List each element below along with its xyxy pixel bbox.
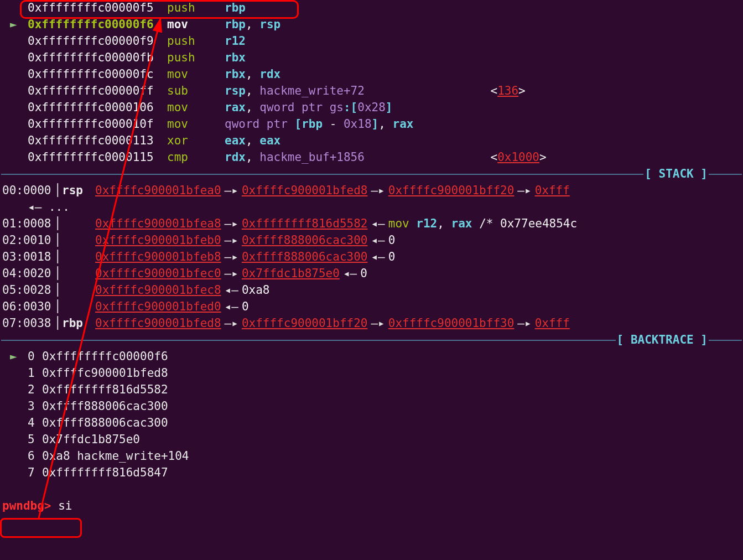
stack-offset: 01:0008 <box>1 216 54 232</box>
stack-value: 0xffffc900001bfeb8 <box>95 250 221 263</box>
frame-index: 2 <box>28 382 42 398</box>
stack-bar: │ <box>54 183 62 199</box>
instruction-mnemonic: cmp <box>167 149 225 166</box>
instruction-operands: r12 <box>225 33 246 50</box>
stack-chain: 0xffffc900001bfed0◂—0 <box>95 299 249 315</box>
stack-offset: 05:0028 <box>1 282 54 299</box>
stack-value: 0 <box>388 250 396 263</box>
disasm-line: 0xffffffffc00000ffsubrsp, hackme_write+7… <box>1 83 742 100</box>
disasm-line: 0xffffffffc00000fcmovrbx, rdx <box>1 66 742 83</box>
stack-value: mov <box>388 217 417 230</box>
backtrace-frame: 20xffffffff816d5582 <box>1 382 742 398</box>
frame-address: 0x7ffdc1b875e0 <box>42 432 140 448</box>
stack-offset: 06:0030 <box>1 299 54 315</box>
frame-index: 5 <box>28 432 42 448</box>
stack-chain: 0xffffc900001bfea0—▸0xffffc900001bfed8—▸… <box>95 183 570 199</box>
backtrace-frame: 10xffffc900001bfed8 <box>1 365 742 382</box>
instruction-mnemonic: push <box>167 33 225 50</box>
instruction-ref: <136> <box>490 83 525 100</box>
instruction-ref: <0x1000> <box>490 149 546 166</box>
stack-value: 0xffffc900001bff20 <box>388 184 515 197</box>
instruction-operands: rbp, rsp <box>225 17 280 33</box>
stack-value: 0 <box>360 267 367 280</box>
prompt-command[interactable]: si <box>58 498 72 515</box>
deref-arrow: ◂— <box>367 250 388 263</box>
stack-value: 0xa8 <box>242 283 270 297</box>
backtrace-label: BACKTRACE <box>631 333 694 346</box>
stack-chain: 0xffffc900001bfeb8—▸0xffff888006cac300◂—… <box>95 249 395 266</box>
deref-arrow: —▸ <box>221 317 242 330</box>
stack-value: 0xffffc900001bfec8 <box>95 283 221 297</box>
instruction-address: 0xffffffffc0000106 <box>1 100 167 116</box>
instruction-mnemonic: push <box>167 0 225 17</box>
frame-index: 7 <box>28 465 42 481</box>
stack-offset: 07:0038 <box>1 315 54 332</box>
instruction-operands: rsp, hackme_write+72 <box>225 83 365 100</box>
stack-bar: │ <box>54 216 62 232</box>
stack-value: 0xffffc900001bfed0 <box>95 300 221 313</box>
prompt-line[interactable]: pwndbg> si <box>0 498 743 515</box>
stack-bar: │ <box>54 315 62 332</box>
instruction-mnemonic: mov <box>167 100 225 116</box>
disassembly-pane: 0xffffffffc00000f5pushrbp►0xffffffffc000… <box>0 0 743 166</box>
stack-value: 0x7ffdc1b875e0 <box>242 267 340 280</box>
current-instruction-marker: ► <box>10 17 17 33</box>
stack-line: 04:0020│0xffffc900001bfec0—▸0x7ffdc1b875… <box>1 266 742 282</box>
frame-address: 0xffffc900001bfed8 <box>42 365 168 382</box>
instruction-address: 0xffffffffc00000fc <box>1 66 167 83</box>
stack-line: 06:0030│0xffffc900001bfed0◂—0 <box>1 299 742 315</box>
stack-line: 01:0008│0xffffc900001bfea8—▸0xffffffff81… <box>1 216 742 232</box>
deref-arrow: —▸ <box>514 317 534 330</box>
disasm-line: 0xffffffffc000010fmovqword ptr [rbp - 0x… <box>1 116 742 133</box>
backtrace-frame: 70xffffffff816d5847 <box>1 465 742 481</box>
stack-value: /* 0x77ee4854c <box>472 217 578 230</box>
stack-line: 03:0018│0xffffc900001bfeb8—▸0xffff888006… <box>1 249 742 266</box>
stack-value: 0xfff <box>535 184 570 197</box>
stack-value: 0xfff <box>535 317 570 330</box>
instruction-operands: rbx <box>225 50 246 66</box>
instruction-mnemonic: xor <box>167 133 225 149</box>
frame-index: 4 <box>28 415 42 432</box>
deref-arrow: ◂— <box>367 217 388 230</box>
stack-line: 07:0038│rbp0xffffc900001bfed8—▸0xffffc90… <box>1 315 742 332</box>
disasm-line: 0xffffffffc0000115cmprdx, hackme_buf+185… <box>1 149 742 166</box>
frame-address: 0xa8 hackme_write+104 <box>42 448 189 465</box>
instruction-address: 0xffffffffc00000f9 <box>1 33 167 50</box>
stack-value: 0xffffc900001bfea0 <box>95 184 221 197</box>
frame-index: 6 <box>28 448 42 465</box>
stack-separator: [ STACK ] <box>0 166 743 183</box>
deref-arrow: —▸ <box>514 184 534 197</box>
instruction-address: 0xffffffffc0000115 <box>1 149 167 166</box>
backtrace-frame: 30xffff888006cac300 <box>1 398 742 415</box>
disasm-line: ►0xffffffffc00000f6movrbp, rsp <box>1 17 742 33</box>
stack-bar: │ <box>54 249 62 266</box>
instruction-mnemonic: sub <box>167 83 225 100</box>
deref-arrow: —▸ <box>221 234 242 247</box>
stack-value: 0xffffc900001bfeb0 <box>95 234 221 247</box>
frame-index: 3 <box>28 398 42 415</box>
deref-arrow: —▸ <box>221 184 242 197</box>
stack-value: 0xffff888006cac300 <box>242 234 368 247</box>
instruction-operands: rbp <box>225 0 246 17</box>
prompt-label: pwndbg> <box>2 498 51 515</box>
stack-bar: │ <box>54 282 62 299</box>
deref-arrow: —▸ <box>221 267 242 280</box>
annotation-box-prompt <box>0 518 82 538</box>
backtrace-frame: 5 0x7ffdc1b875e0 <box>1 432 742 448</box>
deref-arrow: —▸ <box>367 184 388 197</box>
instruction-address: 0xffffffffc000010f <box>1 116 167 133</box>
backtrace-separator: [ BACKTRACE ] <box>0 332 743 349</box>
deref-arrow: —▸ <box>367 317 388 330</box>
instruction-operands: qword ptr [rbp - 0x18], rax <box>225 116 413 133</box>
stack-value: r12 <box>416 217 437 230</box>
stack-value: , <box>437 217 451 230</box>
stack-bar: │ <box>54 232 62 249</box>
stack-bar: │ <box>54 266 62 282</box>
instruction-address: 0xffffffffc00000fb <box>1 50 167 66</box>
stack-chain: 0xffffc900001bfec8◂—0xa8 <box>95 282 269 299</box>
stack-value: 0xffffc900001bff30 <box>388 317 515 330</box>
stack-line: 00:0000│rsp0xffffc900001bfea0—▸0xffffc90… <box>1 183 742 199</box>
stack-label: STACK <box>658 167 693 180</box>
stack-value: 0xffff888006cac300 <box>242 250 368 263</box>
stack-value: 0 <box>388 234 396 247</box>
